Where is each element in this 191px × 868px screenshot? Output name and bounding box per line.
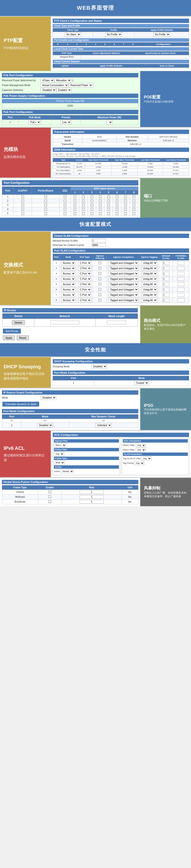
apply-button[interactable]: Apply (3, 336, 15, 340)
q1-check-5[interactable] (73, 212, 76, 215)
unicast-rate-input[interactable] (79, 490, 104, 494)
activphy-check-3[interactable] (21, 204, 24, 207)
q3-check-3[interactable] (90, 204, 93, 207)
pv-av-input-3[interactable] (162, 272, 169, 276)
network-input-1[interactable] (50, 321, 79, 324)
pv-fv-input-1[interactable] (177, 261, 185, 265)
pv-ia-sel-8[interactable]: Tagged and Untagged (108, 298, 138, 302)
activphy-check-5[interactable] (21, 212, 24, 215)
q6-check-4[interactable] (116, 208, 119, 211)
pv-av-input-8[interactable] (162, 299, 169, 302)
pr-check-3[interactable] (44, 204, 47, 207)
pv-av-input-5[interactable] (162, 282, 169, 286)
pv-av-input-2[interactable] (162, 267, 169, 270)
pv-ia-sel-4[interactable]: Tagged and Untagged (108, 277, 138, 281)
pv-mode-sel-4[interactable]: Access (61, 277, 75, 281)
q2-check-3[interactable] (82, 204, 85, 207)
acl-ingress-select[interactable]: Port 1 (54, 443, 66, 447)
pv-av-input-6[interactable] (162, 288, 169, 291)
pv-fv-input-3[interactable] (177, 272, 185, 276)
q5-check-4[interactable] (107, 208, 110, 211)
pv-type-sel-7[interactable]: C-Port (78, 293, 91, 297)
pv-ia-sel-6[interactable]: Tagged and Untagged (108, 287, 138, 292)
pv-eg-sel-8[interactable]: Untag All (141, 298, 157, 302)
q4-check-1[interactable] (99, 195, 102, 198)
pv-ia-sel-1[interactable]: Tagged and Untagged (108, 261, 138, 265)
ipsg-mode-select[interactable]: Disabled (41, 396, 56, 400)
q3-check-5[interactable] (90, 212, 93, 215)
allowed-vlan-input[interactable] (91, 239, 106, 243)
pv-fv-input-2[interactable] (177, 267, 185, 270)
tag-pri-select[interactable]: Any (134, 461, 144, 465)
allocation-select[interactable]: Allocation (54, 79, 71, 83)
q7-check-3[interactable] (124, 204, 127, 207)
pv-type-sel-3[interactable]: C-Port (78, 272, 91, 276)
q8-check-5[interactable] (132, 212, 135, 215)
q4-check-5[interactable] (99, 212, 102, 215)
pv-if-check-5[interactable] (98, 283, 101, 286)
pv-mode-sel-2[interactable]: Access (61, 266, 75, 270)
pv-ia-sel-3[interactable]: Tagged and Untagged (108, 272, 138, 276)
pv-mode-sel-3[interactable]: Access (61, 272, 75, 276)
q5-check-1[interactable] (107, 195, 110, 198)
pv-fv-input-6[interactable] (177, 288, 185, 291)
q2-check-1[interactable] (82, 195, 85, 198)
pv-ia-sel-5[interactable]: Tagged and Untagged (108, 282, 138, 286)
q4-check-2[interactable] (99, 199, 102, 203)
pv-if-check-6[interactable] (98, 288, 101, 291)
pv-mode-sel-8[interactable]: Access (61, 298, 75, 302)
dpm-mode-sel-1[interactable]: Trusted (134, 381, 149, 385)
pv-if-check-2[interactable] (98, 267, 101, 270)
ipm-mode-sel-2[interactable]: Disabled (37, 423, 53, 427)
pv-av-input-4[interactable] (162, 277, 169, 281)
q1-check-3[interactable] (73, 204, 76, 207)
q7-check-2[interactable] (124, 199, 127, 203)
clock-type-select[interactable]: No Slave (65, 32, 81, 36)
q5-check-3[interactable] (107, 204, 110, 207)
apply-profile-select[interactable]: No Profile (153, 32, 170, 36)
pv-fv-input-7[interactable] (177, 293, 185, 297)
cap-select[interactable]: Disabled (41, 88, 56, 92)
q1-check-1[interactable] (73, 195, 76, 198)
smac-select[interactable]: Any (136, 448, 146, 452)
q7-check-1[interactable] (124, 195, 127, 198)
q7-check-5[interactable] (124, 212, 127, 215)
poe-maxpwr-select-1[interactable] (106, 120, 113, 124)
q1-check-4[interactable] (73, 208, 76, 211)
q5-check-2[interactable] (107, 199, 110, 203)
q8-check-1[interactable] (132, 195, 135, 198)
pv-if-check-1[interactable] (98, 261, 101, 264)
delete-route-button[interactable]: Delete (12, 320, 25, 325)
pv-if-check-8[interactable] (98, 299, 101, 302)
tag-vlan-select[interactable]: Any (141, 457, 152, 461)
q5-check-5[interactable] (107, 212, 110, 215)
pv-if-check-4[interactable] (98, 277, 101, 280)
pr-check-4[interactable] (44, 208, 47, 211)
q4-check-3[interactable] (99, 204, 102, 207)
q3-check-4[interactable] (90, 208, 93, 211)
pv-eg-sel-7[interactable]: Untag All (141, 293, 157, 297)
eee-check-1[interactable] (64, 195, 66, 198)
pv-type-sel-4[interactable]: C-Port (78, 277, 91, 281)
pv-ia-sel-7[interactable]: Tagged and Untagged (108, 293, 138, 297)
q3-check-1[interactable] (90, 195, 93, 198)
pv-type-sel-1[interactable]: C-Port (78, 261, 91, 265)
q4-check-4[interactable] (99, 208, 102, 211)
poe-priority-select-1[interactable]: Low (60, 120, 71, 124)
pv-ia-sel-2[interactable]: Tagged and Untagged (108, 266, 138, 270)
q2-check-4[interactable] (82, 208, 85, 211)
pv-eg-sel-5[interactable]: Untag All (141, 282, 157, 286)
pv-if-check-3[interactable] (98, 272, 101, 275)
pv-eg-sel-6[interactable]: Untag All (141, 287, 157, 292)
q6-check-2[interactable] (116, 199, 119, 203)
q3-check-2[interactable] (90, 199, 93, 203)
pv-eg-sel-4[interactable]: Untag All (141, 277, 157, 281)
multicast-rate-input[interactable] (79, 495, 104, 499)
broadcast-enable-check[interactable] (49, 500, 51, 503)
pv-mode-sel-5[interactable]: Access (61, 282, 75, 286)
q2-check-2[interactable] (82, 199, 85, 203)
q8-check-2[interactable] (132, 199, 135, 203)
q8-check-4[interactable] (132, 208, 135, 211)
acl-action-select[interactable]: Permit (61, 469, 74, 473)
activphy-check-4[interactable] (21, 208, 24, 211)
